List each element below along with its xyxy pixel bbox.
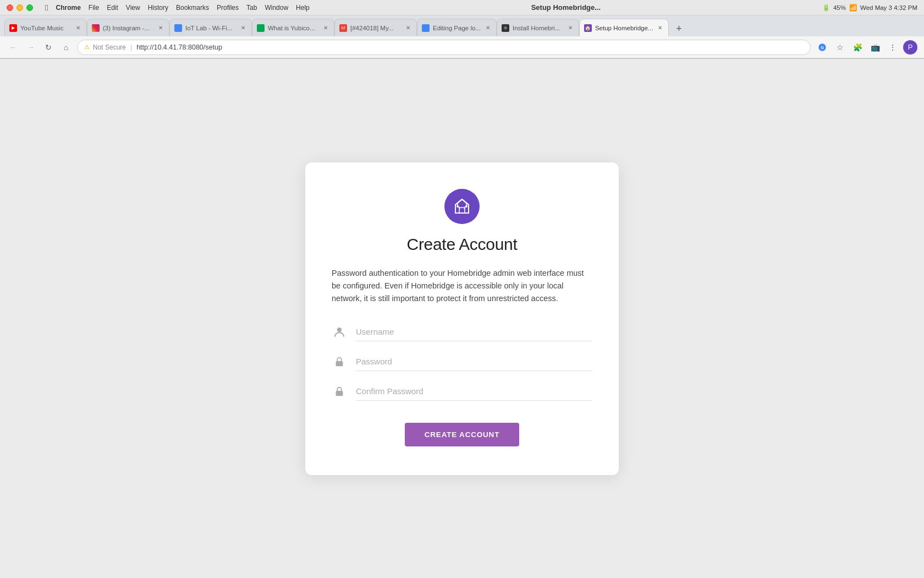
minimize-button[interactable]	[16, 4, 23, 11]
menu-file[interactable]: File	[89, 4, 99, 12]
cast-icon[interactable]: 📺	[868, 40, 882, 54]
google-icon[interactable]: G	[815, 40, 829, 54]
close-button[interactable]	[7, 4, 13, 11]
user-icon	[332, 324, 347, 340]
menu-profiles[interactable]: Profiles	[217, 4, 239, 12]
reload-button[interactable]: ↻	[42, 41, 55, 54]
security-warning-icon: ⚠	[84, 43, 90, 51]
wifi-icon: 📶	[849, 4, 857, 12]
tab-close-editing[interactable]: ✕	[484, 24, 492, 32]
menu-bookmarks[interactable]: Bookmarks	[176, 4, 209, 12]
password-input[interactable]	[356, 352, 592, 371]
homebridge-logo	[444, 189, 480, 224]
tab-label-yubico: What is Yubico...	[268, 25, 318, 31]
tab-label-gmail: [#424018] My...	[350, 25, 401, 31]
svg-rect-11	[336, 391, 343, 396]
menu-view[interactable]: View	[126, 4, 140, 12]
tab-close-github[interactable]: ✕	[566, 24, 574, 32]
maximize-button[interactable]	[26, 4, 33, 11]
favicon-instagram	[92, 24, 100, 32]
tab-setup-homebridge[interactable]: 🏠 Setup Homebridge... ✕	[579, 19, 669, 36]
apple-menu[interactable]: 	[45, 3, 48, 12]
favicon-setup: 🏠	[584, 24, 592, 32]
favicon-gmail: M	[339, 24, 347, 32]
confirm-password-group	[332, 382, 592, 401]
favicon-github: ⚛	[502, 24, 509, 32]
menu-history[interactable]: History	[148, 4, 168, 12]
tab-close-instagram[interactable]: ✕	[157, 24, 164, 32]
browser-content: Create Account Password authentication t…	[0, 59, 924, 578]
tab-close-setup[interactable]: ✕	[656, 24, 664, 32]
new-tab-button[interactable]: +	[671, 21, 686, 36]
username-group	[332, 323, 592, 341]
svg-point-3	[457, 205, 459, 208]
favicon-yubico	[257, 24, 265, 32]
battery-percent: 45%	[833, 4, 846, 11]
extensions-icon[interactable]: 🧩	[850, 40, 865, 54]
confirm-password-input[interactable]	[356, 382, 592, 401]
tabs-bar: ▶ YouTube Music ✕ (3) Instagram -... ✕ I…	[0, 15, 924, 36]
url-text: http://10.4.41.78:8080/setup	[136, 43, 222, 51]
svg-rect-2	[459, 208, 465, 213]
svg-text:G: G	[821, 45, 824, 50]
menu-chrome[interactable]: Chrome	[56, 4, 80, 12]
favicon-iot	[174, 24, 182, 32]
svg-point-9	[337, 328, 342, 332]
tab-label-iot: IoT Lab - Wi-Fi...	[185, 25, 236, 31]
tab-label-instagram: (3) Instagram -...	[103, 25, 153, 31]
tab-close-youtube[interactable]: ✕	[74, 24, 82, 32]
browser-chrome: ▶ YouTube Music ✕ (3) Instagram -... ✕ I…	[0, 15, 924, 59]
title-bar-left:  Chrome File Edit View History Bookmark…	[7, 3, 310, 12]
favicon-youtube-music: ▶	[9, 24, 17, 32]
tab-editing[interactable]: Editing Page lo... ✕	[417, 19, 497, 36]
tab-close-iot[interactable]: ✕	[239, 24, 247, 32]
tab-gmail[interactable]: M [#424018] My... ✕	[334, 19, 417, 36]
description-text: Password authentication to your Homebrid…	[332, 267, 592, 306]
username-input[interactable]	[356, 323, 592, 341]
bookmark-star-icon[interactable]: ☆	[833, 40, 847, 54]
address-input[interactable]: ⚠ Not Secure | http://10.4.41.78:8080/se…	[77, 40, 811, 55]
tab-yubico[interactable]: What is Yubico... ✕	[252, 19, 334, 36]
menu-help[interactable]: Help	[296, 4, 310, 12]
tab-youtube-music[interactable]: ▶ YouTube Music ✕	[4, 19, 87, 36]
confirm-password-lock-icon	[332, 384, 347, 399]
tab-label-editing: Editing Page lo...	[433, 25, 481, 31]
window-title: Setup Homebridge...	[531, 3, 601, 12]
tab-github[interactable]: ⚛ Install Homebri... ✕	[497, 19, 579, 36]
menu-tab[interactable]: Tab	[246, 4, 257, 12]
tab-label-youtube: YouTube Music	[20, 25, 71, 31]
svg-rect-10	[336, 361, 343, 366]
profile-icon[interactable]: P	[903, 40, 917, 54]
title-bar:  Chrome File Edit View History Bookmark…	[0, 0, 924, 15]
title-bar-right: 🔋 45% 📶 Wed May 3 4:32 PM	[822, 4, 917, 12]
battery-icon: 🔋	[822, 4, 830, 12]
password-lock-icon	[332, 354, 347, 369]
traffic-lights[interactable]	[7, 4, 33, 11]
favicon-editing	[422, 24, 430, 32]
tab-close-yubico[interactable]: ✕	[322, 24, 329, 32]
back-button[interactable]: ←	[7, 41, 20, 54]
tab-label-setup: Setup Homebridge...	[595, 25, 653, 31]
home-button[interactable]: ⌂	[59, 41, 73, 54]
forward-button[interactable]: →	[24, 41, 37, 54]
menu-edit[interactable]: Edit	[107, 4, 118, 12]
clock: Wed May 3 4:32 PM	[860, 4, 917, 11]
tab-close-gmail[interactable]: ✕	[404, 24, 412, 32]
create-account-button[interactable]: CREATE ACCOUNT	[405, 423, 519, 446]
status-icons: 🔋 45% 📶 Wed May 3 4:32 PM	[822, 4, 917, 12]
menu-window[interactable]: Window	[265, 4, 288, 12]
password-group	[332, 352, 592, 371]
tab-instagram[interactable]: (3) Instagram -... ✕	[87, 19, 169, 36]
address-bar: ← → ↻ ⌂ ⚠ Not Secure | http://10.4.41.78…	[0, 36, 924, 58]
tab-label-github: Install Homebri...	[513, 25, 563, 31]
tab-iot[interactable]: IoT Lab - Wi-Fi... ✕	[169, 19, 252, 36]
page-title: Create Account	[407, 235, 518, 254]
more-tools-icon[interactable]: ⋮	[886, 40, 900, 54]
toolbar-icons: G ☆ 🧩 📺 ⋮ P	[815, 40, 917, 54]
setup-card: Create Account Password authentication t…	[305, 162, 619, 476]
svg-point-4	[465, 205, 468, 208]
security-label: Not Secure	[93, 43, 126, 51]
